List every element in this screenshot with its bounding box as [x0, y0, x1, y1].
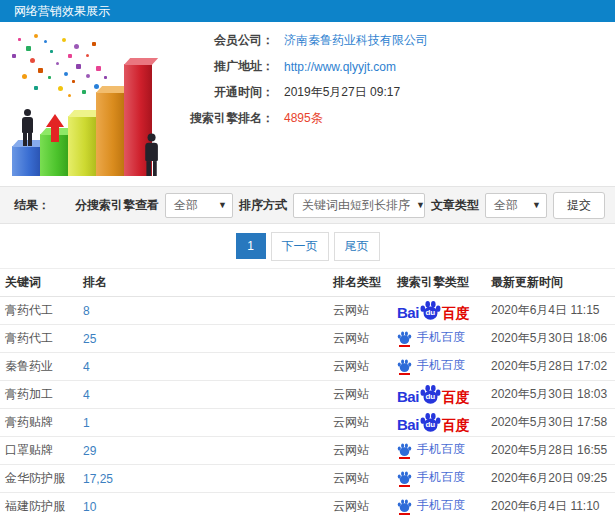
info-value[interactable]: http://www.qlyyjt.com — [284, 60, 396, 74]
baidu-du-text: du — [420, 393, 441, 401]
filter-group: 分搜索引擎查看 全部 ▼ 排序方式 关键词由短到长排序 ▼ 文章类型 全部 ▼ … — [75, 192, 605, 219]
table-row: 福建防护服 10 云网站 手机百度 2020年6月4日 11:10 — [0, 493, 615, 520]
baidu-mobile-logo: 手机百度 — [397, 357, 465, 374]
table-row: 膏药加工 4 云网站 Baidu百度 2020年5月30日 18:03 — [0, 381, 615, 409]
info-row: 开通时间： 2019年5月27日 09:17 — [178, 84, 428, 101]
baidu-pc-logo: Baidu百度 — [397, 384, 470, 404]
result-label: 结果： — [14, 197, 50, 214]
baidu-paw-icon — [397, 359, 412, 372]
table-row: 膏药贴牌 1 云网站 Baidu百度 2020年5月30日 17:58 — [0, 409, 615, 437]
keyword-cell: 膏药加工 — [0, 381, 83, 409]
baidu-mobile-logo: 手机百度 — [397, 329, 465, 346]
info-label: 会员公司： — [178, 32, 274, 49]
sort-label: 排序方式 — [239, 197, 287, 214]
engine-cell: Baidu百度 — [391, 297, 491, 325]
rank-link[interactable]: 17,25 — [83, 472, 113, 486]
engine-cell: 手机百度 — [391, 325, 491, 353]
keyword-cell: 膏药代工 — [0, 297, 83, 325]
sort-select[interactable]: 关键词由短到长排序 ▼ — [293, 193, 425, 218]
baidu-paw-icon — [397, 443, 412, 456]
article-type-select[interactable]: 全部 ▼ — [485, 193, 547, 218]
rank-link[interactable]: 29 — [83, 444, 96, 458]
businessman-figure-left — [20, 109, 34, 146]
pagination: 1 下一页 尾页 — [0, 224, 615, 268]
baidu-paw-icon — [397, 499, 412, 512]
engine-view-value: 全部 — [174, 197, 198, 214]
title-bar: 网络营销效果展示 — [0, 0, 615, 22]
baidu-mobile-logo: 手机百度 — [397, 497, 465, 514]
rank-type-cell: 云网站 — [333, 465, 391, 493]
baidu-paw-icon — [397, 331, 412, 344]
article-type-label: 文章类型 — [431, 197, 479, 214]
keyword-cell: 膏药代工 — [0, 325, 83, 353]
rank-link[interactable]: 10 — [83, 500, 96, 514]
engine-cell: 手机百度 — [391, 465, 491, 493]
baidu-bai-text: Bai — [397, 305, 419, 320]
baidu-bai-text: Bai — [397, 389, 419, 404]
updated-time-cell: 2020年6月4日 11:15 — [491, 297, 615, 325]
updated-time-cell: 2020年5月28日 16:55 — [491, 437, 615, 465]
info-section: 会员公司： 济南秦鲁药业科技有限公司 推广地址： http://www.qlyy… — [0, 22, 615, 186]
filter-bar: 结果： 分搜索引擎查看 全部 ▼ 排序方式 关键词由短到长排序 ▼ 文章类型 全… — [0, 186, 615, 224]
col-header-keyword: 关键词 — [0, 269, 83, 297]
submit-button[interactable]: 提交 — [553, 192, 605, 219]
next-page-button[interactable]: 下一页 — [271, 232, 329, 261]
baidu-mobile-logo: 手机百度 — [397, 469, 465, 486]
col-header-rank-type: 排名类型 — [333, 269, 391, 297]
rank-link[interactable]: 25 — [83, 332, 96, 346]
keyword-cell: 膏药贴牌 — [0, 409, 83, 437]
mobile-baidu-label: 手机百度 — [417, 497, 465, 514]
rank-link[interactable]: 4 — [83, 388, 90, 402]
baidu-cn-text: 百度 — [442, 306, 470, 320]
rank-type-cell: 云网站 — [333, 325, 391, 353]
baidu-bai-text: Bai — [397, 417, 419, 432]
rank-type-cell: 云网站 — [333, 409, 391, 437]
chevron-down-icon: ▼ — [410, 200, 425, 210]
engine-cell: Baidu百度 — [391, 381, 491, 409]
illustration-bar-yellow — [68, 116, 96, 176]
engine-view-select[interactable]: 全部 ▼ — [165, 193, 233, 218]
ranking-table: 关键词 排名 排名类型 搜索引擎类型 最新更新时间 膏药代工 8 云网站 Bai… — [0, 268, 615, 520]
keyword-cell: 秦鲁药业 — [0, 353, 83, 381]
info-row: 推广地址： http://www.qlyyjt.com — [178, 58, 428, 75]
updated-time-cell: 2020年6月4日 11:10 — [491, 493, 615, 520]
keyword-cell: 福建防护服 — [0, 493, 83, 520]
illustration-bar-blue — [12, 146, 40, 176]
keyword-cell: 口罩贴牌 — [0, 437, 83, 465]
engine-cell: 手机百度 — [391, 437, 491, 465]
baidu-pc-logo: Baidu百度 — [397, 300, 470, 320]
businessman-figure-right — [143, 133, 159, 176]
mobile-baidu-label: 手机百度 — [417, 469, 465, 486]
last-page-button[interactable]: 尾页 — [334, 232, 380, 261]
rank-link[interactable]: 8 — [83, 304, 90, 318]
col-header-updated-time: 最新更新时间 — [491, 269, 615, 297]
article-type-value: 全部 — [494, 197, 518, 214]
illustration-bar-orange — [96, 92, 124, 176]
rank-link[interactable]: 1 — [83, 416, 90, 430]
engine-cell: Baidu百度 — [391, 409, 491, 437]
info-value[interactable]: 济南秦鲁药业科技有限公司 — [284, 32, 428, 49]
updated-time-cell: 2020年5月30日 18:03 — [491, 381, 615, 409]
chevron-down-icon: ▼ — [212, 200, 227, 210]
baidu-du-text: du — [420, 309, 441, 317]
info-label: 推广地址： — [178, 58, 274, 75]
table-header: 关键词 排名 排名类型 搜索引擎类型 最新更新时间 — [0, 269, 615, 297]
updated-time-cell: 2020年6月20日 09:25 — [491, 465, 615, 493]
table-row: 口罩贴牌 29 云网站 手机百度 2020年5月28日 16:55 — [0, 437, 615, 465]
rank-type-cell: 云网站 — [333, 493, 391, 520]
info-label: 搜索引擎排名： — [178, 110, 274, 127]
baidu-paw-icon — [397, 471, 412, 484]
bar-chart-illustration — [4, 28, 174, 180]
rank-type-cell: 云网站 — [333, 297, 391, 325]
rank-link[interactable]: 4 — [83, 360, 90, 374]
page-1-button[interactable]: 1 — [236, 233, 266, 259]
baidu-mobile-logo: 手机百度 — [397, 441, 465, 458]
rank-type-cell: 云网站 — [333, 353, 391, 381]
mobile-baidu-label: 手机百度 — [417, 357, 465, 374]
keyword-cell: 金华防护服 — [0, 465, 83, 493]
mobile-baidu-label: 手机百度 — [417, 441, 465, 458]
baidu-cn-text: 百度 — [442, 390, 470, 404]
table-row: 秦鲁药业 4 云网站 手机百度 2020年5月28日 17:02 — [0, 353, 615, 381]
chevron-down-icon: ▼ — [526, 200, 541, 210]
col-header-engine-type: 搜索引擎类型 — [391, 269, 491, 297]
